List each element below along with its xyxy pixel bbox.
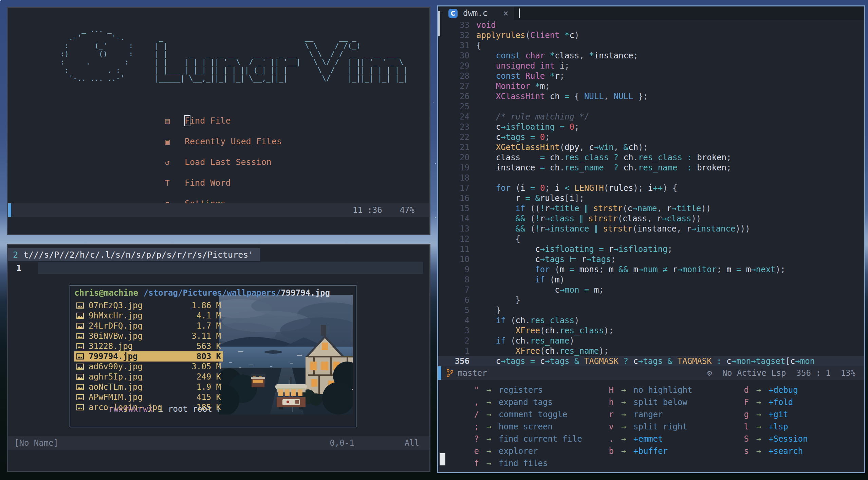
code-token: isfloating (506, 122, 555, 132)
window-terminal-ranger: 2 t///s/P//2/h/c/.l/s/n/s/p/p/s/r/r/s/Pi… (7, 244, 430, 472)
binding-description: +lsp (769, 422, 788, 431)
key-char: d (725, 385, 749, 395)
cmdline-row[interactable]: 2 t///s/P//2/h/c/.l/s/n/s/p/p/s/r/r/s/Pi… (8, 248, 260, 261)
code-token: ; (560, 71, 565, 81)
wallpaper-preview-image (219, 295, 353, 414)
code-token (476, 224, 516, 234)
whichkey-binding: r → ranger (590, 408, 692, 421)
code-token (535, 183, 540, 193)
file-manager-popup: chris@machine /storag/Pictures/wallpaper… (70, 285, 356, 427)
code-token: ch (545, 346, 555, 356)
menu-item-icon: ▤ (165, 116, 185, 125)
code-token (476, 346, 516, 356)
file-row[interactable]: 9hMxcHr.jpg 4.1 M (74, 311, 223, 321)
file-row[interactable]: 31228.jpg 563 K (74, 341, 223, 351)
scrollbar-thumb[interactable] (438, 11, 440, 36)
code-token: ; (668, 244, 672, 254)
code-token: ( (540, 326, 545, 335)
code-token: res_name (560, 346, 599, 356)
code-token: ch (545, 326, 555, 335)
code-token: ); (604, 326, 614, 335)
menu-item-label: Load Last Session (185, 157, 272, 167)
file-row[interactable]: 799794.jpg 803 K (74, 351, 223, 362)
file-row[interactable]: arco-login~.jpg 185 K (74, 402, 223, 412)
code-token (476, 61, 496, 71)
code-token: , (677, 224, 686, 234)
code-token: → (545, 356, 550, 366)
key-char: / (455, 410, 479, 419)
code-token: next (756, 265, 776, 274)
code-token: r (672, 265, 677, 274)
key-char: f (455, 459, 479, 468)
file-row[interactable]: aghr5Ip.jpg 249 K (74, 372, 223, 382)
code-token: res_name (638, 163, 678, 172)
lsp-gear-icon: ⚙ (707, 368, 712, 378)
code-token: broken (697, 163, 726, 172)
code-token: . (525, 316, 530, 325)
dashboard-menu-item[interactable]: T Find Word (165, 172, 282, 193)
close-icon[interactable]: × (503, 8, 509, 18)
code-token: → (632, 204, 637, 213)
code-line-text: { (476, 234, 520, 244)
menu-item-label: Find Word (185, 178, 230, 188)
line-number: 4 (438, 316, 469, 325)
line-number: 12 (438, 234, 469, 244)
file-row[interactable]: ad6v90y.jpg 3.05 M (74, 362, 223, 372)
code-area[interactable]: 33 void 32 applyrules(Client *c) 31 { 30… (438, 20, 864, 366)
dashboard-menu-item[interactable]: ↺ Load Last Session (165, 152, 282, 172)
tab-dwm-c[interactable]: C dwm.c × (438, 6, 514, 20)
code-token: tags (550, 356, 570, 366)
code-token: [ (565, 193, 569, 203)
file-name: 31228.jpg (89, 341, 133, 351)
code-token (530, 81, 535, 91)
code-token: name (637, 204, 657, 213)
line-number: 2 (13, 250, 18, 260)
file-row[interactable]: 07nEzQ3.jpg 1.86 M (74, 300, 223, 311)
code-token: & (668, 356, 672, 366)
code-token (476, 132, 496, 142)
line-number: 32 (438, 31, 469, 40)
code-token: → (501, 356, 505, 366)
code-token (574, 265, 579, 274)
binding-description: +git (769, 410, 788, 419)
code-token (668, 265, 672, 274)
code-token (535, 356, 540, 366)
whichkey-binding: . → +emmet (590, 433, 692, 445)
code-token: , (604, 92, 614, 101)
file-row[interactable]: APwFMIM.jpg 415 K (74, 392, 223, 402)
code-token: ) (574, 31, 579, 40)
code-token: ⊨ (570, 255, 577, 264)
code-token: ∥ (584, 204, 588, 213)
code-token: → (540, 255, 545, 264)
code-token: ); (599, 346, 609, 356)
code-token: broken (697, 153, 726, 162)
file-row[interactable]: aoNcTLm.jpg 1.9 M (74, 382, 223, 392)
file-name: arco-login~.jpg (89, 403, 162, 412)
code-token (476, 336, 496, 346)
code-token: instance (637, 224, 677, 234)
code-token: → (678, 265, 682, 274)
binding-description: +Session (769, 434, 808, 444)
binding-description: split below (633, 398, 687, 407)
code-token: r (657, 214, 662, 223)
code-token: ( (506, 316, 516, 325)
file-row[interactable]: 30iNVBw.jpg 3.11 M (74, 331, 223, 341)
code-line-text: if (m) (476, 275, 565, 284)
code-line: 8 if (m) (438, 275, 864, 285)
image-file-icon (76, 323, 84, 329)
code-token: r (581, 255, 586, 264)
code-token (594, 244, 599, 254)
code-token: = (530, 132, 535, 142)
dashboard-menu-item[interactable]: ▣ Recently Used Files (165, 131, 282, 152)
cursor-position: 0,0-1 (330, 438, 354, 448)
code-line: 21 XGetClassHint(dpy, c→win, &ch); (438, 142, 864, 152)
file-row[interactable]: 24LrDFQ.jpg 1.7 M (74, 321, 223, 331)
code-token: class (496, 153, 520, 162)
code-token: XFree (516, 326, 540, 335)
code-line: 29 unsigned int i; (438, 61, 864, 71)
code-token: ≠ (663, 265, 667, 274)
code-line: 17 for (i = 0; i < LENGTH(rules); i++) { (438, 183, 864, 193)
code-token: ; (717, 265, 726, 274)
dashboard-menu-item[interactable]: ▤ Find File (165, 110, 282, 131)
code-token: r (540, 224, 545, 234)
